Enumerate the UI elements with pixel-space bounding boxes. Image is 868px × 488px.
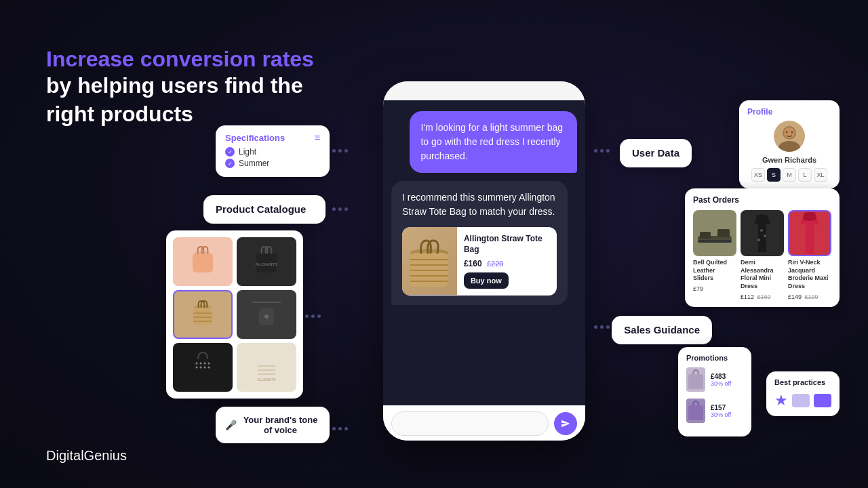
tone-of-voice-card: 🎤 Your brand's tone of voice — [216, 407, 330, 443]
orders-grid: Bell Quilted Leather Sliders £79 Demi Al… — [693, 210, 831, 300]
bp-rect-1 — [792, 394, 810, 407]
svg-point-27 — [208, 367, 210, 369]
headline-line1: Increase conversion rates — [46, 46, 344, 72]
order-name-sandals: Bell Quilted Leather Sliders — [693, 259, 736, 283]
user-data-card: User Data — [620, 139, 692, 167]
svg-point-23 — [208, 363, 210, 365]
profile-name: Gwen Richards — [762, 156, 816, 164]
svg-rect-8 — [193, 253, 213, 272]
spec-title: Specifications — [225, 133, 285, 143]
best-practices-title: Best practices — [774, 378, 831, 386]
promo-discount-2: 30% off — [711, 411, 731, 418]
svg-rect-40 — [717, 229, 730, 237]
phone-status-bar — [383, 81, 585, 100]
order-name-dark-dress: Demi Alessandra Floral Mini Dress — [741, 259, 784, 291]
past-orders-card: Past Orders Bell Quilted Leather Sliders… — [685, 188, 840, 307]
check-icon-2: ✓ — [225, 159, 235, 168]
order-name-red-dress: Riri V-Neck Jacquard Broderie Maxi Dress — [788, 259, 831, 291]
svg-rect-41 — [698, 240, 732, 243]
mic-icon: 🎤 — [225, 420, 237, 430]
promotions-card: Promotions £483 30% off £157 — [678, 347, 751, 436]
product-grid-item-2[interactable]: ALLSAINTS — [237, 237, 296, 286]
order-price-sandals: £79 — [693, 285, 736, 292]
past-orders-title: Past Orders — [693, 195, 831, 205]
sales-guidance-card: Sales Guidance — [612, 316, 712, 344]
headline-block: Increase conversion rates by helping use… — [46, 46, 344, 129]
logo-part1: Digital — [46, 448, 84, 463]
connector-dots-spec — [332, 149, 348, 152]
svg-point-24 — [196, 367, 198, 369]
size-l[interactable]: L — [798, 168, 812, 182]
product-image — [402, 227, 457, 295]
headline-line2: by helping users find the right products — [46, 72, 344, 128]
order-item-red-dress: Riri V-Neck Jacquard Broderie Maxi Dress… — [788, 210, 831, 300]
order-price-red-dress: £149 £199 — [788, 293, 831, 300]
connector-dots-tone — [332, 427, 348, 430]
svg-point-42 — [760, 229, 763, 232]
promo-price-1: £483 — [711, 373, 731, 380]
connector-dots-sales — [594, 325, 610, 329]
product-grid-item-6[interactable]: ALLSAINTS — [237, 343, 296, 392]
size-selector: XS S M L XL — [751, 168, 827, 182]
product-grid-item-5[interactable] — [173, 343, 233, 392]
connector-dots-catalogue — [332, 207, 348, 211]
chat-area: I'm looking for a light summer bag to go… — [383, 100, 585, 405]
size-m[interactable]: M — [783, 168, 796, 182]
promo-img-2 — [686, 399, 705, 423]
order-price-dark-dress: £112 £160 — [741, 293, 784, 300]
svg-point-21 — [200, 363, 202, 365]
product-grid-card: ALLSAINTS — [166, 230, 303, 399]
specifications-card: Specifications ≡ ✓ Light ✓ Summer — [216, 125, 330, 177]
product-grid: ALLSAINTS — [173, 237, 296, 392]
svg-point-44 — [757, 239, 760, 241]
product-card: Allington Straw Tote Bag £160 £220 Buy n… — [402, 227, 557, 296]
order-img-red-dress — [788, 210, 831, 256]
tone-header: 🎤 Your brand's tone of voice — [225, 415, 320, 435]
size-s[interactable]: S — [767, 168, 781, 182]
svg-text:ALLSAINTS: ALLSAINTS — [256, 262, 277, 266]
svg-point-25 — [200, 367, 202, 369]
sales-guidance-label: Sales Guidance — [624, 324, 700, 336]
spec-item-summer: ✓ Summer — [225, 159, 320, 168]
svg-rect-28 — [258, 361, 275, 378]
best-practices-icons: ★ — [774, 392, 831, 409]
profile-card: Profile Gwen Richards XS S M L XL — [739, 100, 840, 188]
filter-icon: ≡ — [315, 132, 320, 143]
svg-point-34 — [778, 141, 800, 152]
buy-now-button[interactable]: Buy now — [464, 272, 509, 289]
order-item-dark-dress: Demi Alessandra Floral Mini Dress £112 £… — [741, 210, 784, 300]
connector-dots-grid — [305, 314, 321, 318]
product-catalogue-label: Product Catalogue — [216, 203, 306, 215]
size-xl[interactable]: XL — [814, 168, 827, 182]
bp-rect-2 — [814, 394, 831, 407]
product-name: Allington Straw Tote Bag — [464, 234, 550, 255]
svg-point-18 — [264, 314, 269, 319]
logo-part2: Genius — [84, 448, 127, 463]
logo: DigitalGenius — [46, 448, 127, 464]
svg-point-43 — [764, 235, 766, 237]
phone-input-bar — [383, 405, 585, 441]
product-grid-item-1[interactable] — [173, 237, 233, 286]
size-xs[interactable]: XS — [751, 168, 765, 182]
svg-point-22 — [204, 363, 206, 365]
promo-discount-1: 30% off — [711, 380, 731, 387]
chat-input[interactable] — [391, 411, 549, 436]
user-chat-bubble: I'm looking for a light summer bag to go… — [410, 111, 577, 173]
promo-info-1: £483 30% off — [711, 373, 731, 387]
product-grid-item-4[interactable] — [237, 290, 296, 339]
product-catalogue-card: Product Catalogue — [203, 195, 326, 224]
product-info: Allington Straw Tote Bag £160 £220 Buy n… — [457, 227, 557, 296]
promo-title: Promotions — [686, 354, 743, 362]
user-data-label: User Data — [632, 147, 679, 159]
svg-rect-19 — [193, 359, 213, 378]
promo-img-1 — [686, 367, 705, 392]
svg-rect-46 — [688, 405, 703, 420]
product-grid-item-3[interactable] — [173, 290, 233, 339]
order-img-dark-dress — [741, 210, 784, 256]
send-button[interactable] — [554, 412, 577, 435]
phone-mockup: I'm looking for a light summer bag to go… — [383, 81, 585, 441]
promo-item-2: £157 30% off — [686, 399, 743, 423]
order-item-sandals: Bell Quilted Leather Sliders £79 — [693, 210, 736, 300]
svg-rect-45 — [688, 374, 703, 389]
promo-info-2: £157 30% off — [711, 404, 731, 418]
